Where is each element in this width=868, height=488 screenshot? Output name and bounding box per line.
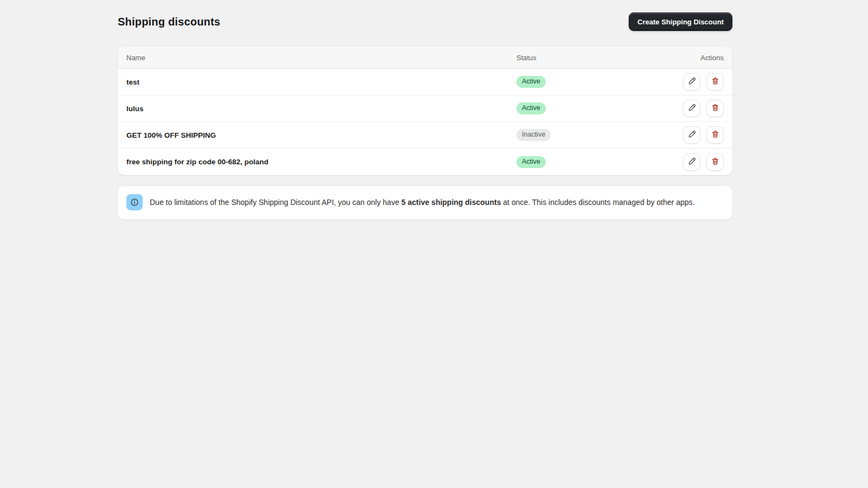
pencil-icon xyxy=(687,76,697,87)
edit-button[interactable] xyxy=(683,153,700,171)
info-icon xyxy=(126,194,143,210)
table-row: lulus Active xyxy=(118,95,732,122)
table-row: GET 100% OFF SHIPPING Inactive xyxy=(118,122,732,149)
column-header-status: Status xyxy=(516,54,663,62)
pencil-icon xyxy=(687,130,697,140)
banner-text-after: at once. This includes discounts managed… xyxy=(501,198,694,207)
status-badge: Active xyxy=(516,156,546,168)
edit-button[interactable] xyxy=(683,100,700,117)
delete-button[interactable] xyxy=(706,126,724,144)
discount-name: GET 100% OFF SHIPPING xyxy=(126,131,516,139)
pencil-icon xyxy=(687,157,697,168)
shipping-discounts-page: Shipping discounts Create Shipping Disco… xyxy=(118,0,732,220)
pencil-icon xyxy=(687,103,697,114)
table-row: free shipping for zip code 00-682, polan… xyxy=(118,149,732,175)
api-limit-banner: Due to limitations of the Shopify Shippi… xyxy=(118,186,732,220)
column-header-name: Name xyxy=(126,54,516,62)
discounts-table: Name Status Actions test Active xyxy=(118,47,732,175)
table-row: test Active xyxy=(118,69,732,95)
status-badge: Inactive xyxy=(516,129,551,141)
banner-message: Due to limitations of the Shopify Shippi… xyxy=(150,194,694,209)
trash-icon xyxy=(711,76,720,87)
edit-button[interactable] xyxy=(683,126,700,144)
table-header-row: Name Status Actions xyxy=(118,47,732,69)
create-shipping-discount-button[interactable]: Create Shipping Discount xyxy=(629,12,732,31)
column-header-actions: Actions xyxy=(663,54,724,62)
page-header: Shipping discounts Create Shipping Disco… xyxy=(118,12,732,31)
banner-text-bold: 5 active shipping discounts xyxy=(401,198,501,207)
delete-button[interactable] xyxy=(706,100,724,117)
trash-icon xyxy=(711,103,720,114)
discount-name: lulus xyxy=(126,105,516,113)
status-badge: Active xyxy=(516,102,546,114)
banner-text-before: Due to limitations of the Shopify Shippi… xyxy=(150,198,401,207)
delete-button[interactable] xyxy=(706,153,724,171)
status-badge: Active xyxy=(516,76,546,88)
discount-name: free shipping for zip code 00-682, polan… xyxy=(126,158,516,166)
page-title: Shipping discounts xyxy=(118,16,220,28)
trash-icon xyxy=(711,130,720,140)
trash-icon xyxy=(711,157,720,168)
edit-button[interactable] xyxy=(683,73,700,91)
discount-name: test xyxy=(126,78,516,86)
delete-button[interactable] xyxy=(706,73,724,91)
